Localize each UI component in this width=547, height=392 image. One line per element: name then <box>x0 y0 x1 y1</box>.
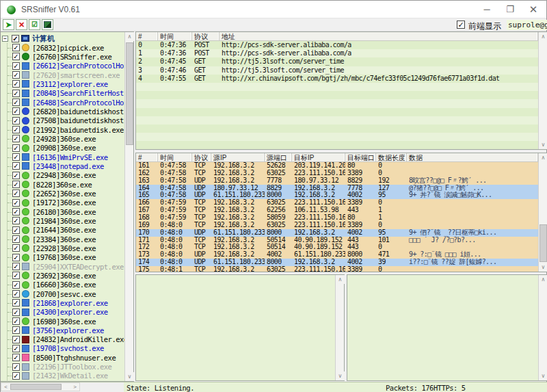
minimize-button[interactable]: ─ <box>475 1 498 18</box>
packet-table-row[interactable]: 1660:47:59TCP192.168.3.263025223.111.150… <box>136 199 538 207</box>
process-checkbox[interactable]: ✓ <box>12 217 20 224</box>
process-tree-item[interactable]: ✓[21432]WkDetail.exe <box>8 371 124 380</box>
packet-table-row[interactable]: 1690:48:0TCP192.168.3.263025223.111.150.… <box>136 222 538 229</box>
column-header[interactable]: 时间 <box>158 153 192 161</box>
process-tree-item[interactable]: ✓[23448]notepad.exe <box>8 161 124 170</box>
packet-table-row[interactable]: 1710:48:0TCP192.168.3.25051440.90.189.15… <box>136 237 538 244</box>
process-checkbox[interactable]: ✓ <box>12 181 20 188</box>
process-tree-item[interactable]: ✓[25904]XXTEADecrypt.exe <box>8 262 124 271</box>
front-display-checkbox[interactable]: ✓ <box>457 21 465 29</box>
process-tree-item[interactable]: ✓[8228]360se.exe <box>8 180 124 189</box>
process-checkbox[interactable]: ✓ <box>12 336 20 343</box>
process-checkbox[interactable]: ✓ <box>12 71 20 79</box>
process-tree-item[interactable]: ✓[22652]360se.exe <box>8 189 124 198</box>
column-header[interactable]: 源端口 <box>265 153 292 161</box>
detail-right-scrollbar[interactable]: ∧ ∨ <box>538 275 547 380</box>
adapter-button[interactable] <box>42 19 53 30</box>
process-checkbox[interactable]: ✓ <box>12 90 20 97</box>
scroll-down-icon[interactable]: ∨ <box>539 140 547 149</box>
process-tree-item[interactable]: ✓[20848]SearchFilterHost.ex <box>8 89 124 98</box>
process-checkbox[interactable]: ✓ <box>12 190 20 197</box>
process-tree-item[interactable]: ✓[3756]explorer.exe <box>8 326 124 335</box>
tree-horizontal-scrollbar[interactable]: < > <box>1 382 80 391</box>
process-tree-item[interactable]: ✓[16980]360se.exe <box>8 317 124 326</box>
process-checkbox[interactable]: ✓ <box>12 62 20 70</box>
scroll-down-icon[interactable]: ∨ <box>336 371 345 380</box>
packet-table-row[interactable]: 1680:47:59TCP192.168.3.258059223.111.150… <box>136 214 538 222</box>
http-table-row[interactable]: 10:47:36POSThttp://pcs-sdk-server.alibab… <box>136 49 538 57</box>
packet-table-row[interactable]: 1670:47:59TCP192.168.3.262256106.11.53.9… <box>136 207 538 214</box>
packet-table-row[interactable]: 1650:47:58UDP61.151.180.2338000192.168.3… <box>136 192 538 199</box>
http-table-row[interactable]: 20:47:45GEThttp://tj5.3lsoft.com/server_… <box>136 57 538 66</box>
scrollbar-thumb[interactable] <box>10 384 62 390</box>
scroll-down-icon[interactable]: ∨ <box>539 371 547 380</box>
process-tree-item[interactable]: ✓[23692]360se.exe <box>8 271 124 280</box>
process-checkbox[interactable]: ✓ <box>12 317 20 325</box>
process-checkbox[interactable]: ✓ <box>12 290 20 298</box>
http-table-row[interactable]: 40:47:55GEThttp://xr.chinavipsoft.com/bg… <box>136 75 538 83</box>
process-checkbox[interactable]: ✓ <box>12 162 20 170</box>
column-header[interactable]: 协议 <box>192 32 219 40</box>
tree-vertical-scrollbar[interactable]: ∧ ∨ <box>124 32 133 381</box>
process-tree-item[interactable]: ✓[27508]baidunetdiskhost.ex <box>8 116 124 125</box>
http-table-row[interactable]: 30:47:46GEThttp://tj5.3lsoft.com/server_… <box>136 66 538 75</box>
process-tree-item[interactable]: ✓[22196]JTToolbox.exe <box>8 362 124 371</box>
process-tree-item[interactable]: ✓[26612]SearchProtocolHost. <box>8 62 124 70</box>
start-capture-button[interactable]: ➤ <box>3 19 14 30</box>
process-checkbox[interactable]: ✓ <box>12 363 20 371</box>
process-tree-item[interactable]: ✓[23384]360se.exe <box>8 235 124 244</box>
scroll-down-icon[interactable]: ∨ <box>125 372 134 381</box>
process-tree-item[interactable]: ✓[19172]360se.exe <box>8 198 124 207</box>
process-checkbox[interactable]: ✓ <box>12 80 20 88</box>
process-tree-item[interactable]: ✓[8500]Ttghshnuser.exe <box>8 353 124 362</box>
process-checkbox[interactable]: ✓ <box>12 354 20 361</box>
process-checkbox[interactable]: ✓ <box>12 172 20 179</box>
process-tree-item[interactable]: ✓[21992]baidunetdisk.exe <box>8 125 124 134</box>
column-header[interactable]: 目标端口 <box>345 153 376 161</box>
process-checkbox[interactable]: ✓ <box>12 53 20 60</box>
tree-expander-icon[interactable]: − <box>2 36 8 42</box>
process-tree-item[interactable]: ✓[24928]360se.exe <box>8 134 124 143</box>
process-tree-item[interactable]: ✓[26488]SearchProtocolHost. <box>8 98 124 107</box>
detail-left-scrollbar[interactable]: ∧ ∨ <box>335 275 344 380</box>
scroll-right-icon[interactable]: > <box>70 383 79 391</box>
process-tree-item[interactable]: ✓[22948]360se.exe <box>8 171 124 180</box>
column-header[interactable]: 时间 <box>158 32 192 40</box>
process-checkbox[interactable]: ✓ <box>12 281 20 289</box>
process-tree-item[interactable]: ✓[21644]360se.exe <box>8 226 124 235</box>
process-checkbox[interactable]: ✓ <box>12 117 20 125</box>
scroll-down-icon[interactable]: ∨ <box>539 263 547 272</box>
packet-table-row[interactable]: 1750:48:1TCP192.168.3.263025223.111.150.… <box>136 266 538 272</box>
process-tree-item[interactable]: ✓[24300]explorer.exe <box>8 308 124 317</box>
process-checkbox[interactable]: ✓ <box>12 107 20 115</box>
process-tree-item[interactable]: ✓[20908]360se.exe <box>8 144 124 153</box>
process-checkbox[interactable]: ✓ <box>12 345 20 352</box>
process-tree-item[interactable]: ✓[26832]picpick.exe <box>8 43 124 52</box>
packet-table-row[interactable]: 1730:48:0UDP192.168.3.2400261.151.180.23… <box>136 251 538 259</box>
http-table-row[interactable]: 00:47:36POSThttp://pcs-sdk-server.alibab… <box>136 41 538 49</box>
packet-vertical-scrollbar[interactable]: ∧ ∨ <box>538 153 547 272</box>
process-checkbox[interactable]: ✓ <box>12 309 20 316</box>
process-checkbox[interactable]: ✓ <box>12 254 20 261</box>
column-header[interactable]: 协议 <box>192 153 211 161</box>
process-checkbox[interactable]: ✓ <box>12 208 20 215</box>
column-header[interactable]: 目标IP <box>292 153 345 161</box>
process-tree-item[interactable]: ✓[16136]WmiPrvSE.exe <box>8 153 124 161</box>
process-checkbox[interactable]: ✓ <box>12 126 20 133</box>
process-checkbox[interactable]: ✓ <box>12 263 20 270</box>
packet-table-row[interactable]: 1630:47:58UDP192.168.3.27778180.97.33.12… <box>136 177 538 185</box>
column-header[interactable]: 数据长度 <box>376 153 407 161</box>
process-tree-item[interactable]: ✓[19708]svchost.exe <box>8 344 124 353</box>
packet-table-row[interactable]: 1720:48:0TCP192.168.3.25051440.90.189.15… <box>136 244 538 251</box>
scroll-up-icon[interactable]: ∧ <box>539 153 547 162</box>
process-checkbox[interactable]: ✓ <box>12 144 20 152</box>
column-header[interactable]: # <box>136 153 158 161</box>
packet-table-row[interactable]: 1620:47:58TCP192.168.3.263025223.111.150… <box>136 170 538 177</box>
tree-root-computer[interactable]: − ✓ 计算机 <box>2 34 124 43</box>
process-checkbox[interactable]: ✓ <box>12 244 20 252</box>
process-checkbox[interactable]: ✓ <box>12 299 20 306</box>
process-tree-item[interactable]: ✓[21868]explorer.exe <box>8 298 124 307</box>
scroll-up-icon[interactable]: ∧ <box>336 275 345 284</box>
process-tree-item[interactable]: ✓[16660]360se.exe <box>8 280 124 289</box>
process-tree-item[interactable]: ✓[22928]360se.exe <box>8 244 124 252</box>
